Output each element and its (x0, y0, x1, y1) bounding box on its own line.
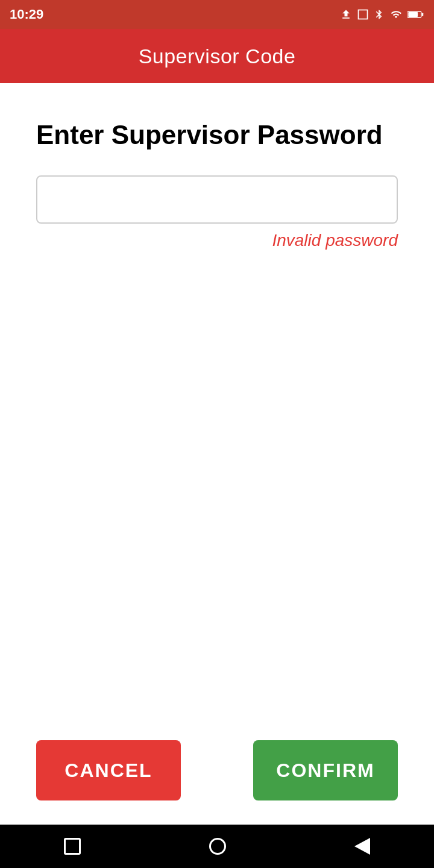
svg-rect-2 (408, 12, 418, 17)
svg-rect-3 (422, 13, 424, 16)
confirm-button[interactable]: CONFIRM (253, 740, 398, 800)
nav-back-icon[interactable] (354, 838, 370, 855)
app-bar-title: Supervisor Code (139, 45, 296, 68)
cancel-button[interactable]: CANCEL (36, 740, 181, 800)
page-heading: Enter Supervisor Password (36, 119, 398, 151)
error-message: Invalid password (36, 231, 398, 250)
nav-bar (0, 825, 434, 868)
bluetooth-icon (374, 8, 385, 20)
status-bar: 10:29 (0, 0, 434, 29)
stop-icon (357, 8, 369, 20)
svg-rect-0 (359, 10, 368, 19)
battery-icon (407, 10, 424, 19)
nav-recents-icon[interactable] (64, 838, 81, 855)
nav-home-icon[interactable] (209, 838, 226, 855)
app-bar: Supervisor Code (0, 29, 434, 83)
upload-icon (340, 8, 352, 20)
buttons-area: CANCEL CONFIRM (0, 722, 434, 825)
wifi-icon (389, 9, 403, 20)
status-icons (340, 8, 424, 20)
status-time: 10:29 (10, 7, 43, 22)
main-content: Enter Supervisor Password Invalid passwo… (0, 83, 434, 722)
password-input[interactable] (36, 175, 398, 224)
